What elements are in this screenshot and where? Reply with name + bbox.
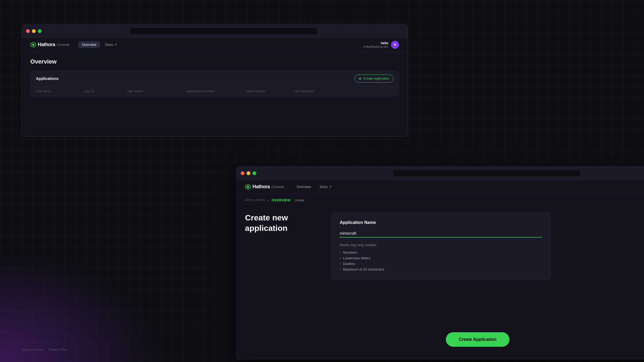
breadcrumb: APPLICATION ← OVERVIEW › create [236, 194, 644, 204]
col-latest-version: Latest Version [245, 89, 294, 93]
fg-close-dot[interactable] [241, 171, 244, 175]
overview-title: Overview [30, 58, 399, 65]
fg-nav-docs[interactable]: Docs ↗ [316, 183, 335, 190]
fullscreen-dot[interactable] [38, 29, 42, 33]
bg-nav-right: hello hello@hathora.dev H [363, 41, 399, 49]
fg-logo-console: Console [272, 185, 284, 189]
bg-content: Overview Applications ⊕ Create Applicati… [22, 52, 408, 103]
applications-header: Applications ⊕ Create Application [31, 71, 399, 87]
fg-minimize-dot[interactable] [247, 171, 250, 175]
app-name-input[interactable] [340, 229, 542, 237]
glow-effect [0, 255, 161, 362]
fg-nav-overview[interactable]: Overview [293, 183, 315, 190]
col-app-created: Application Created [186, 89, 245, 93]
fg-main-content: Create new application Application Name … [236, 204, 644, 288]
terms-link[interactable]: Terms of Service [21, 348, 43, 351]
bg-logo: HathoraConsole [30, 42, 69, 48]
col-app-name: App Name [36, 89, 84, 93]
plus-icon: ⊕ [358, 76, 362, 81]
rule-dashes: Dashes [340, 261, 542, 267]
app-name-card: Application Name Name may only contain: … [331, 212, 551, 280]
back-arrow-icon: ← [266, 198, 270, 202]
fg-titlebar [236, 167, 644, 180]
footer: Terms of Service Privacy Policy [21, 348, 67, 351]
app-name-input-wrapper [340, 229, 542, 238]
bg-user-hello: hello [363, 41, 388, 45]
fg-url-bar[interactable] [393, 169, 580, 177]
svg-marker-3 [247, 186, 249, 188]
fg-hathora-logo-icon [245, 184, 251, 190]
bg-user-email: hello@hathora.dev [363, 45, 388, 48]
applications-panel: Applications ⊕ Create Application App Na… [30, 71, 399, 96]
url-bar[interactable] [130, 27, 317, 35]
bg-nav-docs[interactable]: Docs ↗ [101, 41, 120, 48]
fg-nav-links: Overview Docs ↗ [293, 183, 335, 190]
col-app-secret: App Secret [127, 89, 186, 93]
close-dot[interactable] [26, 29, 30, 33]
fg-nav: HathoraConsole Overview Docs ↗ hello hel… [236, 180, 644, 194]
foreground-window: HathoraConsole Overview Docs ↗ hello hel… [236, 166, 644, 359]
privacy-link[interactable]: Privacy Policy [49, 348, 67, 351]
breadcrumb-overview-label: OVERVIEW [272, 198, 290, 202]
breadcrumb-back-link[interactable]: ← OVERVIEW [266, 198, 290, 202]
minimize-dot[interactable] [32, 29, 36, 33]
fg-logo: HathoraConsole [245, 184, 284, 190]
bg-logo-text: Hathora [38, 42, 55, 47]
fg-fullscreen-dot[interactable] [253, 171, 256, 175]
table-header: App Name App ID App Secret Application C… [31, 87, 399, 96]
create-new-application-title: Create new application [245, 212, 315, 233]
create-application-button-small[interactable]: ⊕ Create Application [354, 75, 393, 83]
bg-titlebar [22, 24, 408, 38]
create-app-label-small: Create Application [363, 77, 389, 80]
name-rules-intro: Name may only contain: [340, 243, 542, 247]
create-application-label: Create Application [459, 337, 497, 342]
bg-avatar[interactable]: H [391, 41, 399, 49]
col-app-id: App ID [84, 89, 127, 93]
breadcrumb-chevron-icon: › [292, 198, 293, 202]
applications-label: Applications [36, 76, 58, 81]
bg-nav-links: Overview Docs ↗ [78, 41, 120, 48]
app-name-card-label: Application Name [340, 220, 542, 225]
hathora-logo-icon [30, 42, 36, 48]
rule-lowercase: Lowercase letters [340, 255, 542, 261]
breadcrumb-section-label: APPLICATION [245, 199, 265, 202]
bg-logo-console: Console [57, 43, 70, 47]
breadcrumb-current-label: create [295, 198, 304, 202]
bg-nav: HathoraConsole Overview Docs ↗ hello hel… [22, 38, 408, 52]
col-last-deployed: Last Deployed [294, 89, 326, 93]
rule-max-chars: Maximum of 32 characters [340, 267, 542, 272]
fg-logo-text: Hathora [253, 184, 270, 190]
create-application-button[interactable]: Create Application [446, 332, 510, 347]
bg-user-info: hello hello@hathora.dev [363, 41, 388, 48]
svg-marker-1 [32, 43, 34, 46]
bg-nav-overview[interactable]: Overview [78, 41, 100, 48]
name-rules-list: Numbers Lowercase letters Dashes Maximum… [340, 250, 542, 272]
background-window: HathoraConsole Overview Docs ↗ hello hel… [21, 24, 408, 137]
rule-numbers: Numbers [340, 250, 542, 255]
